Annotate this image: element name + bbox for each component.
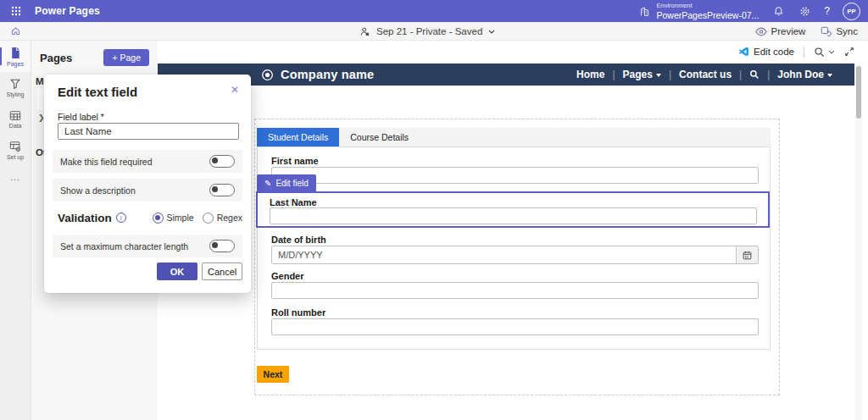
canvas-zoom-dropdown[interactable]: [814, 47, 835, 58]
sync-button[interactable]: Sync: [821, 26, 858, 37]
form-step-tabs: Student Details Course Details: [257, 128, 771, 146]
fullscreen-expand-icon[interactable]: [844, 47, 854, 57]
toolbar-divider: [804, 47, 804, 58]
environment-icon: [638, 4, 652, 18]
chevron-down-icon: [828, 50, 835, 54]
dialog-title: Edit text field: [58, 85, 137, 99]
pages-panel-title: Pages: [40, 52, 72, 64]
chevron-down-icon: [827, 74, 832, 77]
last-name-field-selected[interactable]: Last Name: [256, 191, 770, 228]
sidebar-item-styling[interactable]: Styling: [0, 72, 31, 103]
first-name-label: First name: [271, 156, 319, 166]
calendar-picker-button[interactable]: [736, 246, 758, 263]
edit-field-button[interactable]: ✎ Edit field: [257, 174, 316, 192]
last-name-input[interactable]: [270, 207, 757, 224]
gender-label: Gender: [271, 271, 304, 281]
max-length-toggle[interactable]: [209, 240, 235, 252]
eye-icon: [755, 27, 767, 36]
scrollbar-thumb[interactable]: [856, 66, 861, 119]
validation-label: Validation: [58, 212, 112, 224]
max-length-toggle-row: Set a maximum character length: [53, 235, 242, 257]
sidebar-item-data[interactable]: Data: [0, 103, 31, 135]
setup-icon: [9, 141, 21, 152]
chevron-down-icon: [656, 74, 661, 77]
roll-number-label: Roll number: [271, 307, 326, 318]
first-name-input[interactable]: [271, 167, 759, 184]
date-of-birth-field: [271, 246, 759, 264]
tab-course-details[interactable]: Course Details: [339, 128, 420, 146]
top-app-bar: Power Pages Environment PowerPagesPrevie…: [0, 0, 868, 22]
data-table-icon: [9, 110, 21, 121]
radio-simple[interactable]: Simple: [153, 213, 194, 224]
roll-number-input[interactable]: [271, 318, 759, 335]
environment-label: Environment: [657, 3, 760, 9]
field-label-input[interactable]: [58, 123, 239, 140]
site-search-icon[interactable]: [749, 69, 760, 80]
radio-regex-control[interactable]: [203, 213, 214, 224]
radio-simple-control[interactable]: [153, 213, 164, 224]
nav-user-menu[interactable]: John Doe: [777, 69, 832, 80]
required-toggle-row: Make this field required: [53, 150, 242, 173]
nav-contact-us[interactable]: Contact us: [679, 69, 732, 80]
pencil-icon: ✎: [264, 179, 271, 188]
home-icon[interactable]: [10, 25, 21, 36]
waffle-menu-icon[interactable]: [8, 3, 25, 19]
sidebar-more-button[interactable]: ...: [0, 166, 31, 188]
sidebar-item-setup[interactable]: Set up: [0, 135, 31, 166]
field-label-label: Field label *: [58, 112, 104, 122]
info-icon[interactable]: [116, 213, 126, 223]
date-of-birth-label: Date of birth: [271, 235, 326, 245]
add-page-button[interactable]: + Page: [103, 49, 149, 66]
zoom-magnifier-icon: [814, 47, 825, 58]
description-toggle[interactable]: [209, 184, 235, 196]
validation-row: Validation Simple Regex: [58, 207, 242, 228]
site-header: Company name Home | Pages | Contact us |…: [158, 64, 854, 86]
nav-home[interactable]: Home: [576, 69, 604, 80]
user-avatar[interactable]: PP: [843, 3, 860, 20]
site-status-dropdown[interactable]: Sep 21 - Private - Saved: [359, 22, 495, 41]
canvas-scrollbar: [855, 64, 862, 420]
next-button[interactable]: Next: [257, 366, 289, 383]
last-name-label: Last Name: [270, 197, 317, 207]
cancel-button[interactable]: Cancel: [202, 262, 242, 280]
gender-input[interactable]: [271, 282, 759, 299]
chevron-down-icon: [488, 28, 495, 35]
environment-name: PowerPagesPreview-07...: [657, 11, 760, 20]
environment-picker[interactable]: Environment PowerPagesPreview-07...: [638, 3, 760, 19]
company-name: Company name: [281, 68, 374, 81]
canvas-toolbar: Edit code: [158, 41, 868, 63]
radio-regex[interactable]: Regex: [203, 213, 242, 224]
person-private-icon: [359, 26, 370, 37]
sidebar-item-pages[interactable]: Pages: [0, 41, 31, 72]
site-page: Student Details Course Details First nam…: [158, 86, 854, 420]
company-logo-icon: [261, 69, 274, 81]
edit-code-button[interactable]: Edit code: [738, 47, 794, 58]
command-bar: Sep 21 - Private - Saved Preview Sync: [0, 22, 868, 41]
nav-pages-dropdown[interactable]: Pages: [623, 69, 661, 80]
form-fields-container: First name Date of birth Gender Roll num…: [257, 146, 771, 350]
date-of-birth-input[interactable]: [272, 246, 736, 263]
settings-gear-icon[interactable]: [798, 4, 811, 18]
help-button[interactable]: ?: [824, 5, 830, 17]
sync-icon: [821, 26, 832, 37]
left-nav-rail: Pages Styling Data Set up ...: [0, 41, 31, 420]
edit-text-field-dialog: Edit text field ✕ Field label * Make thi…: [44, 75, 251, 293]
description-toggle-row: Show a description: [53, 179, 242, 202]
site-status-text: Sep 21 - Private - Saved: [376, 26, 482, 36]
preview-button[interactable]: Preview: [755, 26, 806, 36]
ok-button[interactable]: OK: [157, 262, 198, 280]
app-title: Power Pages: [35, 5, 100, 17]
design-canvas: Edit code Company name Home | Pages | C: [158, 41, 868, 420]
tab-student-details[interactable]: Student Details: [257, 128, 339, 146]
required-toggle[interactable]: [209, 155, 235, 168]
vscode-icon: [738, 47, 749, 58]
power-pages-studio: Power Pages Environment PowerPagesPrevie…: [0, 0, 868, 420]
notifications-bell-icon[interactable]: [771, 4, 785, 18]
pages-icon: [9, 47, 21, 59]
close-icon[interactable]: ✕: [231, 84, 239, 96]
site-nav: Home | Pages | Contact us | | John Doe: [576, 69, 832, 80]
styling-icon: [9, 78, 21, 90]
multistep-form-section[interactable]: Student Details Course Details First nam…: [254, 119, 780, 395]
